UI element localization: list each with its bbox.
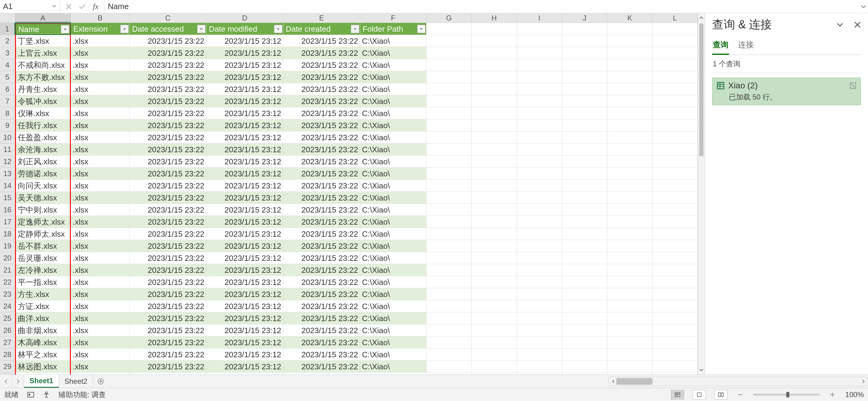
cell-extension[interactable]: .xlsx [71,312,130,325]
cell-empty[interactable] [427,264,472,276]
cell-empty[interactable] [562,312,607,325]
row-header[interactable]: 21 [0,264,15,276]
filter-dropdown-icon[interactable] [120,25,129,33]
sheet-nav-prev-icon[interactable] [0,375,12,388]
cell-empty[interactable] [427,240,472,252]
cell-extension[interactable]: .xlsx [71,35,130,47]
row-header[interactable]: 15 [0,192,15,204]
cell-date-accessed[interactable]: 2023/1/15 23:22 [130,348,207,361]
cell-empty[interactable] [607,23,652,35]
cell-empty[interactable] [517,252,562,264]
table-header-name[interactable]: Name [15,23,71,35]
row-header[interactable]: 2 [0,35,15,47]
scroll-thumb[interactable] [699,24,704,156]
cell-empty[interactable] [607,35,652,47]
tab-queries[interactable]: 查询 [712,38,729,55]
cell-name[interactable]: 不戒和尚.xlsx [15,59,71,71]
cell-empty[interactable] [472,144,517,156]
cell-empty[interactable] [472,192,517,204]
cell-date-accessed[interactable]: 2023/1/15 23:22 [130,47,207,59]
cell-date-created[interactable]: 2023/1/15 23:22 [283,204,360,216]
column-header-E[interactable]: E [283,13,360,23]
row-header[interactable]: 30 [0,373,15,374]
cell-extension[interactable]: .xlsx [71,337,130,348]
cell-date-accessed[interactable]: 2023/1/15 23:22 [130,361,207,373]
cell-empty[interactable] [472,361,517,373]
cell-date-modified[interactable]: 2023/1/15 23:12 [207,192,283,204]
cell-empty[interactable] [517,300,562,312]
cell-empty[interactable] [652,252,698,264]
cell-empty[interactable] [562,156,607,167]
cell-empty[interactable] [472,300,517,312]
cell-date-accessed[interactable]: 2023/1/15 23:22 [130,95,207,107]
cell-date-accessed[interactable]: 2023/1/15 23:22 [130,240,207,252]
cell-empty[interactable] [517,240,562,252]
cell-extension[interactable]: .xlsx [71,216,130,228]
cell-empty[interactable] [472,337,517,348]
scroll-right-icon[interactable] [859,377,868,385]
name-box[interactable]: A1 [0,0,60,13]
cell-date-modified[interactable]: 2023/1/15 23:12 [207,83,283,95]
cell-empty[interactable] [652,228,698,240]
cell-empty[interactable] [652,156,698,167]
cell-empty[interactable] [652,71,698,83]
cell-empty[interactable] [427,47,472,59]
cell-date-created[interactable]: 2023/1/15 23:22 [283,131,360,144]
cell-empty[interactable] [427,167,472,180]
row-header[interactable]: 1 [0,23,15,35]
row-header[interactable]: 20 [0,252,15,264]
cell-empty[interactable] [427,95,472,107]
cell-empty[interactable] [652,204,698,216]
cell-empty[interactable] [562,337,607,348]
cell-empty[interactable] [562,192,607,204]
cell-date-accessed[interactable]: 2023/1/15 23:22 [130,167,207,180]
cell-extension[interactable]: .xlsx [71,83,130,95]
cell-empty[interactable] [562,131,607,144]
row-header[interactable]: 7 [0,95,15,107]
cell-extension[interactable]: .xlsx [71,131,130,144]
cell-empty[interactable] [472,240,517,252]
cell-name[interactable]: 林远图.xlsx [15,361,71,373]
row-header[interactable]: 27 [0,337,15,348]
row-header[interactable]: 12 [0,156,15,167]
cell-date-created[interactable]: 2023/1/15 23:22 [283,373,360,374]
scroll-up-icon[interactable] [698,13,705,22]
cell-empty[interactable] [472,252,517,264]
cell-name[interactable]: 余沧海.xlsx [15,144,71,156]
cell-name[interactable]: 平一指.xlsx [15,276,71,288]
cell-empty[interactable] [562,348,607,361]
cell-empty[interactable] [562,373,607,374]
row-header[interactable]: 25 [0,312,15,325]
cell-empty[interactable] [607,119,652,131]
cell-name[interactable]: 任我行.xlsx [15,119,71,131]
cell-date-created[interactable]: 2023/1/15 23:22 [283,337,360,348]
cell-extension[interactable]: .xlsx [71,373,130,374]
column-header-I[interactable]: I [517,13,562,23]
cell-date-accessed[interactable]: 2023/1/15 23:22 [130,264,207,276]
cell-date-modified[interactable]: 2023/1/15 23:12 [207,59,283,71]
cell-empty[interactable] [607,337,652,348]
cell-date-modified[interactable]: 2023/1/15 23:12 [207,361,283,373]
cell-empty[interactable] [517,59,562,71]
cell-date-accessed[interactable]: 2023/1/15 23:22 [130,144,207,156]
cell-empty[interactable] [427,119,472,131]
cell-date-accessed[interactable]: 2023/1/15 23:22 [130,192,207,204]
cell-empty[interactable] [472,47,517,59]
cell-empty[interactable] [427,71,472,83]
cell-empty[interactable] [517,119,562,131]
cell-folder-path[interactable]: C:\Xiao\ [360,119,427,131]
cell-empty[interactable] [562,71,607,83]
cell-date-created[interactable]: 2023/1/15 23:22 [283,144,360,156]
cell-empty[interactable] [472,325,517,337]
cell-folder-path[interactable]: C:\Xiao\ [360,144,427,156]
cell-date-accessed[interactable]: 2023/1/15 23:22 [130,325,207,337]
row-header[interactable]: 23 [0,288,15,300]
cell-empty[interactable] [472,264,517,276]
cell-name[interactable]: 定静师太.xlsx [15,228,71,240]
cell-empty[interactable] [652,240,698,252]
cell-extension[interactable]: .xlsx [71,192,130,204]
filter-dropdown-icon[interactable] [351,25,359,33]
cell-empty[interactable] [427,325,472,337]
cell-folder-path[interactable]: C:\Xiao\ [360,300,427,312]
cell-folder-path[interactable]: C:\Xiao\ [360,204,427,216]
